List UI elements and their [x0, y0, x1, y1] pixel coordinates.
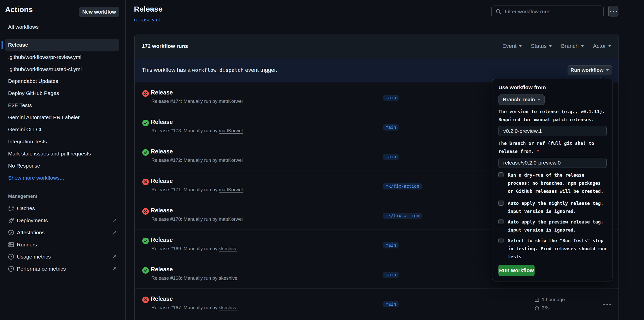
workflow-overflow-menu-button[interactable]: [608, 6, 619, 17]
branch-badge[interactable]: main: [383, 154, 399, 160]
nightly-tag-checkbox[interactable]: [498, 201, 503, 206]
new-workflow-button[interactable]: New workflow: [79, 7, 119, 17]
calendar-icon: [534, 297, 540, 302]
chevron-down-icon: [538, 99, 540, 101]
branch-badge[interactable]: main: [383, 242, 399, 248]
failure-icon: [142, 90, 149, 97]
verified-badge-icon: [8, 229, 14, 236]
sidebar-item-deployments[interactable]: Deployments: [17, 217, 48, 224]
sidebar-title: Actions: [5, 4, 33, 15]
success-icon: [142, 120, 149, 126]
branch-badge[interactable]: main: [383, 95, 399, 101]
sidebar-item-usage-metrics[interactable]: Usage metrics: [17, 253, 51, 260]
kebab-icon: [603, 304, 611, 305]
external-link-icon: ↗: [112, 217, 118, 223]
sidebar-divider: [2, 187, 123, 187]
run-filters: Event Status Branch Actor: [502, 43, 611, 49]
workflow-runs-count: 172 workflow runs: [142, 43, 188, 49]
sidebar-item-pr-review[interactable]: .github/workflows/pr-review.yml: [8, 54, 81, 61]
cache-icon: [8, 205, 14, 212]
sidebar-item-runners[interactable]: Runners: [17, 241, 37, 248]
run-title[interactable]: Release: [151, 118, 173, 126]
actor-link[interactable]: mattKorwel: [219, 216, 243, 222]
dry-run-checkbox-row: Run a dry-run of the release process; no…: [498, 171, 603, 195]
preview-tag-checkbox[interactable]: [498, 219, 503, 224]
version-input[interactable]: [498, 126, 607, 136]
run-title[interactable]: Release: [151, 265, 173, 273]
run-options-button[interactable]: [601, 301, 613, 308]
required-asterisk: *: [537, 149, 540, 154]
run-title[interactable]: Release: [151, 88, 173, 97]
show-more-workflows-link[interactable]: Show more workflows...: [8, 174, 64, 181]
failure-icon: [142, 297, 149, 303]
sidebar-item-all-workflows[interactable]: All workflows: [8, 23, 39, 30]
nightly-tag-checkbox-row: Auto apply the nightly release tag, inpu…: [498, 199, 603, 215]
filter-actor[interactable]: Actor: [593, 43, 611, 49]
actor-link[interactable]: skeshive: [219, 275, 237, 281]
actor-link[interactable]: mattKorwel: [219, 157, 243, 163]
sidebar-item-mark-stale[interactable]: Mark stale issues and pull requests: [8, 150, 91, 157]
sidebar-item-attestations[interactable]: Attestations: [17, 229, 45, 236]
filter-branch[interactable]: Branch: [561, 43, 584, 49]
run-subtitle: Release #170: Manually run by mattKorwel: [151, 216, 243, 222]
branch-badge[interactable]: mk/fix-action: [383, 183, 422, 189]
actor-link[interactable]: skeshive: [219, 305, 237, 310]
run-workflow-dropdown-button[interactable]: Run workflow: [568, 65, 612, 75]
run-subtitle: Release #172: Manually run by mattKorwel: [151, 157, 243, 164]
branch-badge[interactable]: main: [383, 272, 399, 278]
search-icon: [495, 9, 501, 15]
sidebar-item-gemini-cli-ci[interactable]: Gemini CLI CI: [8, 126, 41, 133]
meter-icon: [8, 253, 14, 260]
workflow-file-link[interactable]: release.yml: [134, 16, 160, 23]
run-subtitle: Release #168: Manually run by skeshive: [151, 275, 237, 281]
sidebar-item-no-response[interactable]: No Response: [8, 162, 40, 169]
run-title[interactable]: Release: [151, 177, 173, 185]
run-title[interactable]: Release: [151, 147, 173, 155]
branch-selector-button[interactable]: Branch: main: [498, 94, 545, 105]
actor-link[interactable]: mattKorwel: [219, 99, 243, 104]
sidebar-item-e2e-tests[interactable]: E2E Tests: [8, 102, 32, 109]
use-workflow-from-heading: Use workflow from: [498, 84, 546, 91]
dry-run-checkbox[interactable]: [498, 172, 503, 177]
run-title[interactable]: Release: [151, 236, 173, 244]
actor-link[interactable]: skeshive: [219, 246, 237, 251]
run-subtitle: Release #174: Manually run by mattKorwel: [151, 98, 243, 105]
sidebar-item-performance-metrics[interactable]: Performance metrics: [17, 265, 66, 272]
run-title[interactable]: Release: [151, 206, 173, 214]
sidebar-item-release[interactable]: Release: [8, 41, 28, 48]
sidebar-divider: [2, 36, 123, 36]
actor-link[interactable]: mattKorwel: [219, 187, 243, 192]
nightly-tag-label: Auto apply the nightly release tag, inpu…: [508, 199, 603, 215]
skip-tests-checkbox[interactable]: [498, 238, 503, 243]
actor-link[interactable]: mattKorwel: [219, 128, 243, 133]
selected-workflow-accent-bar: [2, 41, 3, 49]
run-time: 1 hour ago: [542, 297, 565, 302]
success-icon: [142, 238, 149, 244]
branch-badge[interactable]: main: [383, 301, 399, 307]
runs-card-header: 172 workflow runs Event Status Branch Ac…: [135, 34, 619, 58]
sidebar-item-deploy-github-pages[interactable]: Deploy GitHub Pages: [8, 90, 59, 97]
chevron-down-icon: [608, 45, 611, 47]
dry-run-label: Run a dry-run of the release process; no…: [508, 171, 603, 195]
run-subtitle: Release #167: Manually run by skeshive: [151, 304, 237, 311]
filter-status[interactable]: Status: [531, 43, 552, 49]
branch-badge[interactable]: main: [383, 124, 399, 131]
failure-icon: [142, 208, 149, 215]
ref-input[interactable]: [498, 158, 607, 168]
filter-workflow-runs-search[interactable]: [491, 6, 604, 17]
sidebar-item-trusted-ci[interactable]: .github/workflows/trusted-ci.yml: [8, 66, 82, 73]
search-input[interactable]: [505, 6, 601, 17]
run-workflow-submit-button[interactable]: Run workflow: [498, 265, 535, 276]
chevron-down-icon: [606, 69, 609, 71]
kebab-icon: [610, 11, 617, 12]
run-title[interactable]: Release: [151, 295, 173, 303]
sidebar-item-dependabot-updates[interactable]: Dependabot Updates: [8, 78, 58, 85]
filter-event[interactable]: Event: [502, 43, 521, 49]
skip-tests-checkbox-row: Select to skip the "Run Tests" step in t…: [498, 237, 606, 261]
sidebar-item-gemini-pr-labeler[interactable]: Gemini Automated PR Labeler: [8, 114, 80, 121]
sidebar-item-integration-tests[interactable]: Integration Tests: [8, 138, 47, 145]
workflow-dispatch-code: workflow_dispatch: [190, 67, 245, 73]
branch-badge[interactable]: mk/fix-action: [383, 213, 422, 219]
sidebar-item-caches[interactable]: Caches: [17, 205, 35, 212]
ref-input-label: The branch or ref (full git sha) to rele…: [498, 139, 594, 155]
